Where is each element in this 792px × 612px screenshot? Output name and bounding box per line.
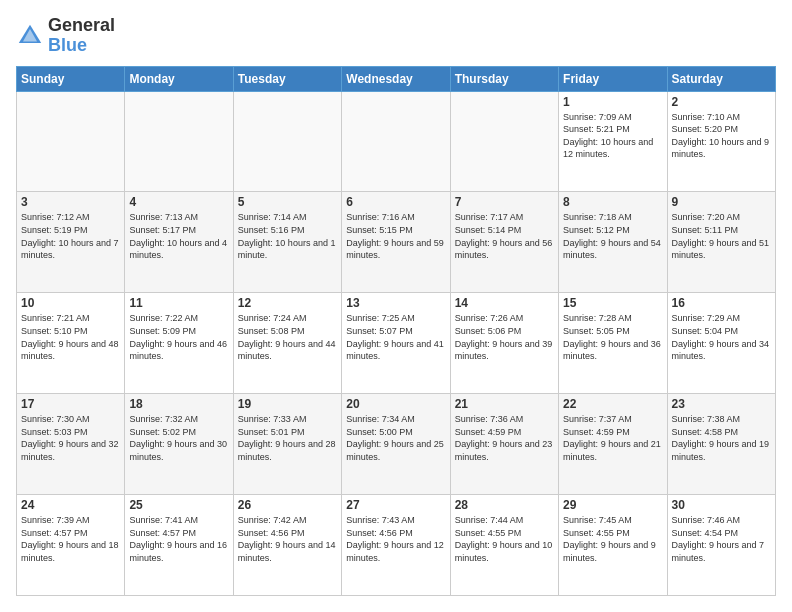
day-number: 11 bbox=[129, 296, 228, 310]
calendar-cell: 24Sunrise: 7:39 AM Sunset: 4:57 PM Dayli… bbox=[17, 495, 125, 596]
day-number: 5 bbox=[238, 195, 337, 209]
day-info: Sunrise: 7:46 AM Sunset: 4:54 PM Dayligh… bbox=[672, 514, 771, 564]
day-info: Sunrise: 7:20 AM Sunset: 5:11 PM Dayligh… bbox=[672, 211, 771, 261]
calendar-cell bbox=[342, 91, 450, 192]
calendar-cell: 5Sunrise: 7:14 AM Sunset: 5:16 PM Daylig… bbox=[233, 192, 341, 293]
day-info: Sunrise: 7:26 AM Sunset: 5:06 PM Dayligh… bbox=[455, 312, 554, 362]
logo-text: General Blue bbox=[48, 16, 115, 56]
weekday-header-wednesday: Wednesday bbox=[342, 66, 450, 91]
day-info: Sunrise: 7:28 AM Sunset: 5:05 PM Dayligh… bbox=[563, 312, 662, 362]
calendar-table: SundayMondayTuesdayWednesdayThursdayFrid… bbox=[16, 66, 776, 596]
day-info: Sunrise: 7:32 AM Sunset: 5:02 PM Dayligh… bbox=[129, 413, 228, 463]
day-info: Sunrise: 7:22 AM Sunset: 5:09 PM Dayligh… bbox=[129, 312, 228, 362]
day-info: Sunrise: 7:14 AM Sunset: 5:16 PM Dayligh… bbox=[238, 211, 337, 261]
logo-icon bbox=[16, 22, 44, 50]
day-number: 3 bbox=[21, 195, 120, 209]
day-number: 6 bbox=[346, 195, 445, 209]
weekday-header-thursday: Thursday bbox=[450, 66, 558, 91]
calendar-cell: 18Sunrise: 7:32 AM Sunset: 5:02 PM Dayli… bbox=[125, 394, 233, 495]
day-number: 25 bbox=[129, 498, 228, 512]
calendar-cell: 26Sunrise: 7:42 AM Sunset: 4:56 PM Dayli… bbox=[233, 495, 341, 596]
day-number: 29 bbox=[563, 498, 662, 512]
day-info: Sunrise: 7:21 AM Sunset: 5:10 PM Dayligh… bbox=[21, 312, 120, 362]
day-info: Sunrise: 7:25 AM Sunset: 5:07 PM Dayligh… bbox=[346, 312, 445, 362]
day-info: Sunrise: 7:38 AM Sunset: 4:58 PM Dayligh… bbox=[672, 413, 771, 463]
day-number: 19 bbox=[238, 397, 337, 411]
day-info: Sunrise: 7:12 AM Sunset: 5:19 PM Dayligh… bbox=[21, 211, 120, 261]
day-info: Sunrise: 7:45 AM Sunset: 4:55 PM Dayligh… bbox=[563, 514, 662, 564]
calendar-cell: 13Sunrise: 7:25 AM Sunset: 5:07 PM Dayli… bbox=[342, 293, 450, 394]
day-number: 1 bbox=[563, 95, 662, 109]
day-number: 21 bbox=[455, 397, 554, 411]
weekday-header-row: SundayMondayTuesdayWednesdayThursdayFrid… bbox=[17, 66, 776, 91]
day-number: 7 bbox=[455, 195, 554, 209]
day-number: 4 bbox=[129, 195, 228, 209]
weekday-header-tuesday: Tuesday bbox=[233, 66, 341, 91]
day-number: 14 bbox=[455, 296, 554, 310]
weekday-header-sunday: Sunday bbox=[17, 66, 125, 91]
calendar-cell: 1Sunrise: 7:09 AM Sunset: 5:21 PM Daylig… bbox=[559, 91, 667, 192]
day-info: Sunrise: 7:36 AM Sunset: 4:59 PM Dayligh… bbox=[455, 413, 554, 463]
calendar-cell: 10Sunrise: 7:21 AM Sunset: 5:10 PM Dayli… bbox=[17, 293, 125, 394]
day-info: Sunrise: 7:44 AM Sunset: 4:55 PM Dayligh… bbox=[455, 514, 554, 564]
day-info: Sunrise: 7:34 AM Sunset: 5:00 PM Dayligh… bbox=[346, 413, 445, 463]
calendar-cell bbox=[125, 91, 233, 192]
day-info: Sunrise: 7:24 AM Sunset: 5:08 PM Dayligh… bbox=[238, 312, 337, 362]
calendar-cell: 4Sunrise: 7:13 AM Sunset: 5:17 PM Daylig… bbox=[125, 192, 233, 293]
day-number: 2 bbox=[672, 95, 771, 109]
logo: General Blue bbox=[16, 16, 115, 56]
day-number: 26 bbox=[238, 498, 337, 512]
day-number: 28 bbox=[455, 498, 554, 512]
day-info: Sunrise: 7:43 AM Sunset: 4:56 PM Dayligh… bbox=[346, 514, 445, 564]
weekday-header-saturday: Saturday bbox=[667, 66, 775, 91]
calendar-cell: 22Sunrise: 7:37 AM Sunset: 4:59 PM Dayli… bbox=[559, 394, 667, 495]
weekday-header-monday: Monday bbox=[125, 66, 233, 91]
day-number: 30 bbox=[672, 498, 771, 512]
day-info: Sunrise: 7:42 AM Sunset: 4:56 PM Dayligh… bbox=[238, 514, 337, 564]
day-number: 23 bbox=[672, 397, 771, 411]
calendar-cell: 16Sunrise: 7:29 AM Sunset: 5:04 PM Dayli… bbox=[667, 293, 775, 394]
day-info: Sunrise: 7:09 AM Sunset: 5:21 PM Dayligh… bbox=[563, 111, 662, 161]
calendar-cell: 23Sunrise: 7:38 AM Sunset: 4:58 PM Dayli… bbox=[667, 394, 775, 495]
day-number: 9 bbox=[672, 195, 771, 209]
day-number: 8 bbox=[563, 195, 662, 209]
calendar-cell: 30Sunrise: 7:46 AM Sunset: 4:54 PM Dayli… bbox=[667, 495, 775, 596]
calendar-week-1: 1Sunrise: 7:09 AM Sunset: 5:21 PM Daylig… bbox=[17, 91, 776, 192]
calendar-cell: 20Sunrise: 7:34 AM Sunset: 5:00 PM Dayli… bbox=[342, 394, 450, 495]
calendar-cell: 2Sunrise: 7:10 AM Sunset: 5:20 PM Daylig… bbox=[667, 91, 775, 192]
day-number: 13 bbox=[346, 296, 445, 310]
calendar-cell: 17Sunrise: 7:30 AM Sunset: 5:03 PM Dayli… bbox=[17, 394, 125, 495]
calendar-week-3: 10Sunrise: 7:21 AM Sunset: 5:10 PM Dayli… bbox=[17, 293, 776, 394]
calendar-cell: 9Sunrise: 7:20 AM Sunset: 5:11 PM Daylig… bbox=[667, 192, 775, 293]
day-info: Sunrise: 7:10 AM Sunset: 5:20 PM Dayligh… bbox=[672, 111, 771, 161]
calendar-cell: 3Sunrise: 7:12 AM Sunset: 5:19 PM Daylig… bbox=[17, 192, 125, 293]
day-number: 27 bbox=[346, 498, 445, 512]
day-info: Sunrise: 7:16 AM Sunset: 5:15 PM Dayligh… bbox=[346, 211, 445, 261]
day-info: Sunrise: 7:18 AM Sunset: 5:12 PM Dayligh… bbox=[563, 211, 662, 261]
day-number: 17 bbox=[21, 397, 120, 411]
calendar-cell: 12Sunrise: 7:24 AM Sunset: 5:08 PM Dayli… bbox=[233, 293, 341, 394]
calendar-cell: 21Sunrise: 7:36 AM Sunset: 4:59 PM Dayli… bbox=[450, 394, 558, 495]
day-number: 22 bbox=[563, 397, 662, 411]
calendar-week-4: 17Sunrise: 7:30 AM Sunset: 5:03 PM Dayli… bbox=[17, 394, 776, 495]
calendar-week-2: 3Sunrise: 7:12 AM Sunset: 5:19 PM Daylig… bbox=[17, 192, 776, 293]
day-number: 12 bbox=[238, 296, 337, 310]
day-number: 24 bbox=[21, 498, 120, 512]
day-info: Sunrise: 7:13 AM Sunset: 5:17 PM Dayligh… bbox=[129, 211, 228, 261]
calendar-cell: 14Sunrise: 7:26 AM Sunset: 5:06 PM Dayli… bbox=[450, 293, 558, 394]
page: General Blue SundayMondayTuesdayWednesda… bbox=[0, 0, 792, 612]
calendar-cell: 25Sunrise: 7:41 AM Sunset: 4:57 PM Dayli… bbox=[125, 495, 233, 596]
day-info: Sunrise: 7:17 AM Sunset: 5:14 PM Dayligh… bbox=[455, 211, 554, 261]
calendar-cell bbox=[233, 91, 341, 192]
header: General Blue bbox=[16, 16, 776, 56]
day-number: 18 bbox=[129, 397, 228, 411]
day-info: Sunrise: 7:30 AM Sunset: 5:03 PM Dayligh… bbox=[21, 413, 120, 463]
calendar-cell: 6Sunrise: 7:16 AM Sunset: 5:15 PM Daylig… bbox=[342, 192, 450, 293]
day-number: 16 bbox=[672, 296, 771, 310]
day-number: 15 bbox=[563, 296, 662, 310]
weekday-header-friday: Friday bbox=[559, 66, 667, 91]
calendar-cell: 27Sunrise: 7:43 AM Sunset: 4:56 PM Dayli… bbox=[342, 495, 450, 596]
calendar-cell: 29Sunrise: 7:45 AM Sunset: 4:55 PM Dayli… bbox=[559, 495, 667, 596]
day-info: Sunrise: 7:37 AM Sunset: 4:59 PM Dayligh… bbox=[563, 413, 662, 463]
calendar-cell bbox=[17, 91, 125, 192]
